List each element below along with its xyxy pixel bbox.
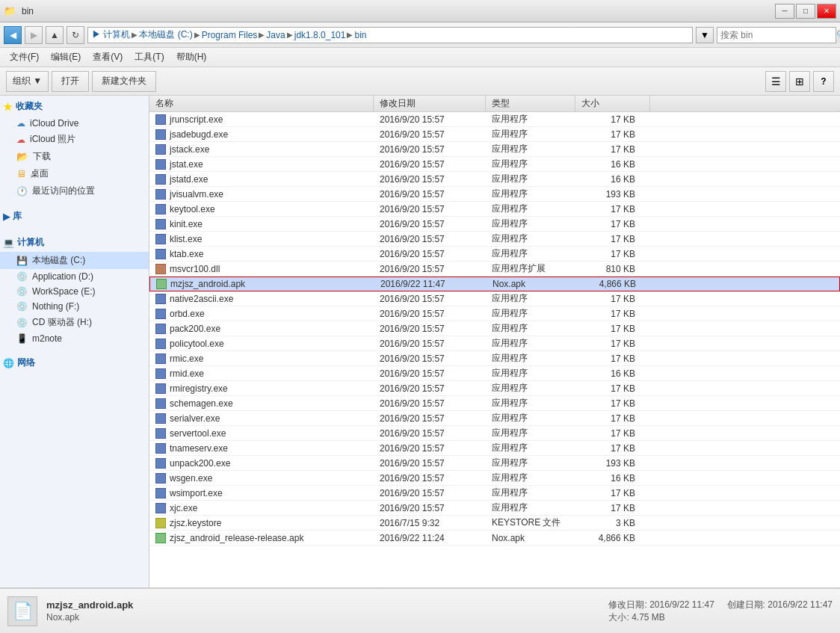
- table-row[interactable]: zjsz.keystore 2016/7/15 9:32 KEYSTORE 文件…: [149, 516, 840, 531]
- sidebar-item-icloud-drive[interactable]: ☁ iCloud Drive: [0, 116, 149, 131]
- table-row[interactable]: ktab.exe 2016/9/20 15:57 应用程序 17 KB: [149, 247, 840, 262]
- exe-icon: [155, 324, 166, 334]
- main-area: ★ 收藏夹 ☁ iCloud Drive ☁ iCloud 照片 📂 下载 🖥 …: [0, 96, 840, 588]
- table-row[interactable]: pack200.exe 2016/9/20 15:57 应用程序 17 KB: [149, 321, 840, 336]
- file-cell-date: 2016/9/20 15:57: [374, 471, 486, 485]
- new-folder-label: 新建文件夹: [102, 75, 146, 87]
- sidebar-divider-2: [0, 226, 149, 232]
- search-input[interactable]: [717, 28, 836, 43]
- forward-button[interactable]: ▶: [25, 26, 43, 44]
- table-row[interactable]: wsgen.exe 2016/9/20 15:57 应用程序 16 KB: [149, 471, 840, 486]
- table-row[interactable]: jvisualvm.exe 2016/9/20 15:57 应用程序 193 K…: [149, 187, 840, 202]
- file-cell-date: 2016/9/20 15:57: [374, 396, 486, 410]
- table-row[interactable]: rmiregistry.exe 2016/9/20 15:57 应用程序 17 …: [149, 381, 840, 396]
- computer-header[interactable]: 💻 计算机: [0, 232, 149, 252]
- file-list-container[interactable]: 名称 修改日期 类型 大小 jrunscript.exe 2016/9/20 1…: [149, 96, 840, 587]
- sidebar-item-recent[interactable]: 🕐 最近访问的位置: [0, 182, 149, 200]
- table-row[interactable]: kinit.exe 2016/9/20 15:57 应用程序 17 KB: [149, 217, 840, 232]
- table-row[interactable]: orbd.exe 2016/9/20 15:57 应用程序 17 KB: [149, 306, 840, 321]
- table-row[interactable]: jstat.exe 2016/9/20 15:57 应用程序 16 KB: [149, 157, 840, 172]
- table-row[interactable]: keytool.exe 2016/9/20 15:57 应用程序 17 KB: [149, 202, 840, 217]
- exe-icon: [155, 339, 166, 349]
- file-name-label: serialver.exe: [170, 413, 220, 424]
- sidebar-item-m2note[interactable]: 📱 m2note: [0, 331, 149, 346]
- menu-help[interactable]: 帮助(H): [170, 49, 213, 65]
- new-folder-button[interactable]: 新建文件夹: [92, 71, 156, 92]
- sidebar-item-icloud-photos[interactable]: ☁ iCloud 照片: [0, 131, 149, 148]
- table-row[interactable]: zjsz_android_release-release.apk 2016/9/…: [149, 531, 840, 546]
- table-row[interactable]: mzjsz_android.apk 2016/9/22 11:47 Nox.ap…: [149, 277, 840, 291]
- table-row[interactable]: tnameserv.exe 2016/9/20 15:57 应用程序 17 KB: [149, 441, 840, 456]
- menu-edit[interactable]: 编辑(E): [45, 49, 87, 65]
- file-cell-date: 2016/9/20 15:57: [374, 291, 486, 306]
- sidebar-divider-3: [0, 346, 149, 352]
- table-row[interactable]: unpack200.exe 2016/9/20 15:57 应用程序 193 K…: [149, 456, 840, 471]
- file-name-label: rmiregistry.exe: [170, 383, 228, 394]
- path-dropdown-button[interactable]: ▼: [696, 27, 714, 43]
- sidebar-item-downloads[interactable]: 📂 下载: [0, 148, 149, 165]
- organize-button[interactable]: 组织 ▼: [6, 71, 49, 92]
- desktop-icon: 🖥: [16, 168, 26, 179]
- network-header[interactable]: 🌐 网络: [0, 352, 149, 372]
- table-row[interactable]: servertool.exe 2016/9/20 15:57 应用程序 17 K…: [149, 426, 840, 441]
- table-row[interactable]: native2ascii.exe 2016/9/20 15:57 应用程序 17…: [149, 291, 840, 306]
- address-path[interactable]: ▶ 计算机 ▶ 本地磁盘 (C:) ▶ Program Files ▶ Java…: [87, 27, 693, 43]
- path-bin[interactable]: bin: [354, 30, 366, 40]
- library-header[interactable]: ▶ 库: [0, 206, 149, 226]
- table-row[interactable]: klist.exe 2016/9/20 15:57 应用程序 17 KB: [149, 232, 840, 247]
- search-button[interactable]: 🔍: [836, 28, 840, 43]
- sidebar-item-d-drive[interactable]: 💿 Application (D:): [0, 269, 149, 284]
- table-row[interactable]: policytool.exe 2016/9/20 15:57 应用程序 17 K…: [149, 336, 840, 351]
- path-localdisk[interactable]: 本地磁盘 (C:): [139, 28, 192, 41]
- close-button[interactable]: ✕: [817, 4, 836, 19]
- table-row[interactable]: serialver.exe 2016/9/20 15:57 应用程序 17 KB: [149, 411, 840, 426]
- file-cell-type: 应用程序: [486, 306, 575, 321]
- table-row[interactable]: xjc.exe 2016/9/20 15:57 应用程序 17 KB: [149, 501, 840, 516]
- file-cell-type: 应用程序: [486, 202, 575, 216]
- sidebar-item-e-drive[interactable]: 💿 WorkSpace (E:): [0, 284, 149, 299]
- file-cell-date: 2016/9/20 15:57: [374, 441, 486, 455]
- col-header-size[interactable]: 大小: [575, 96, 650, 111]
- refresh-button[interactable]: ↻: [67, 26, 84, 44]
- up-button[interactable]: ▲: [46, 26, 64, 44]
- sidebar-item-c-drive[interactable]: 💾 本地磁盘 (C:): [0, 252, 149, 269]
- col-header-name[interactable]: 名称: [149, 96, 374, 111]
- table-row[interactable]: jstack.exe 2016/9/20 15:57 应用程序 17 KB: [149, 142, 840, 157]
- maximize-button[interactable]: □: [796, 4, 815, 19]
- table-row[interactable]: jstatd.exe 2016/9/20 15:57 应用程序 16 KB: [149, 172, 840, 187]
- menu-view[interactable]: 查看(V): [87, 49, 129, 65]
- path-computer[interactable]: ▶ 计算机: [92, 28, 130, 41]
- sidebar-item-f-drive[interactable]: 💿 Nothing (F:): [0, 299, 149, 314]
- table-row[interactable]: rmid.exe 2016/9/20 15:57 应用程序 16 KB: [149, 366, 840, 381]
- table-row[interactable]: jsadebugd.exe 2016/9/20 15:57 应用程序 17 KB: [149, 127, 840, 142]
- path-java[interactable]: Java: [266, 30, 285, 40]
- help-button[interactable]: ?: [813, 71, 834, 92]
- menu-tools[interactable]: 工具(T): [129, 49, 170, 65]
- view-details-button[interactable]: ☰: [765, 71, 786, 92]
- status-size: 大小: 4.75 MB: [608, 611, 833, 624]
- view-icons-button[interactable]: ⊞: [789, 71, 810, 92]
- table-row[interactable]: rmic.exe 2016/9/20 15:57 应用程序 17 KB: [149, 351, 840, 366]
- favorites-header[interactable]: ★ 收藏夹: [0, 96, 149, 116]
- back-button[interactable]: ◀: [4, 26, 22, 44]
- table-row[interactable]: jrunscript.exe 2016/9/20 15:57 应用程序 17 K…: [149, 112, 840, 127]
- file-name-label: orbd.exe: [170, 309, 205, 319]
- key-icon: [155, 518, 166, 528]
- table-row[interactable]: msvcr100.dll 2016/9/20 15:57 应用程序扩展 810 …: [149, 262, 840, 277]
- file-cell-type: 应用程序: [486, 366, 575, 380]
- col-header-type[interactable]: 类型: [486, 96, 575, 111]
- file-cell-size: 17 KB: [575, 411, 650, 425]
- table-row[interactable]: wsimport.exe 2016/9/20 15:57 应用程序 17 KB: [149, 486, 840, 501]
- file-cell-name: wsimport.exe: [149, 486, 374, 500]
- sidebar-item-desktop[interactable]: 🖥 桌面: [0, 165, 149, 182]
- menu-file[interactable]: 文件(F): [4, 49, 45, 65]
- path-programfiles[interactable]: Program Files: [202, 30, 258, 40]
- table-row[interactable]: schemagen.exe 2016/9/20 15:57 应用程序 17 KB: [149, 396, 840, 411]
- sidebar-item-h-drive[interactable]: 💿 CD 驱动器 (H:): [0, 314, 149, 331]
- exe-icon: [155, 353, 166, 364]
- open-button[interactable]: 打开: [52, 71, 89, 92]
- minimize-button[interactable]: ─: [775, 4, 794, 19]
- sidebar: ★ 收藏夹 ☁ iCloud Drive ☁ iCloud 照片 📂 下载 🖥 …: [0, 96, 149, 587]
- col-header-date[interactable]: 修改日期: [374, 96, 486, 111]
- path-jdk[interactable]: jdk1.8.0_101: [294, 30, 346, 40]
